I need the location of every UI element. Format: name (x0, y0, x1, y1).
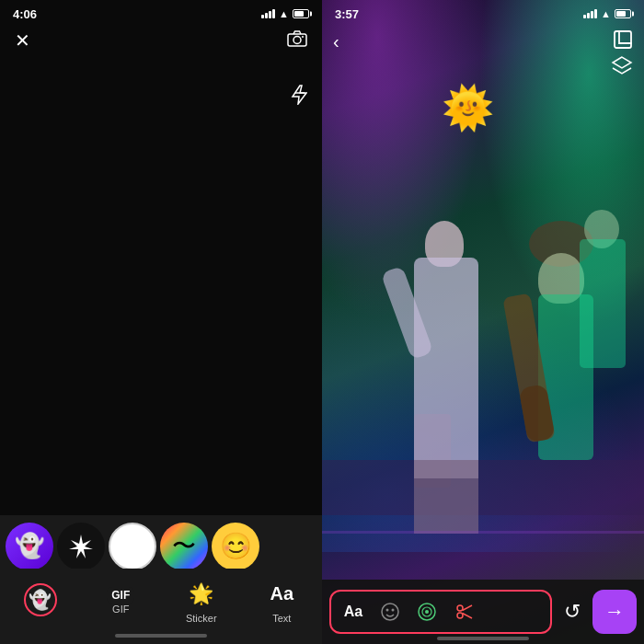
next-button[interactable]: → (592, 590, 637, 634)
time-left: 4:06 (13, 7, 37, 21)
status-icons-right: ▲ (583, 8, 631, 19)
right-bottom-toolbar: Aa (322, 580, 644, 644)
layers-button[interactable] (611, 55, 633, 82)
battery-icon-right (615, 9, 631, 18)
camera-button[interactable] (287, 30, 307, 52)
status-bar-right: 3:57 ▲ (322, 0, 644, 26)
undo-button[interactable]: ↺ (556, 595, 589, 628)
person1-silhouette (396, 184, 506, 478)
left-panel: 4:06 ▲ ✕ (0, 0, 322, 644)
sticker-icon-circle: 🌟 (185, 578, 218, 611)
snap-sticker[interactable]: 👻 (6, 523, 53, 569)
gif-badge: GIF (107, 587, 134, 604)
spark-sticker[interactable] (57, 523, 105, 569)
sun-sticker[interactable]: 🌞 (442, 83, 494, 132)
edit-tools-group: Aa (329, 590, 552, 634)
right-panel: 3:57 ▲ ‹ 🌞 (322, 0, 644, 644)
circle-sticker[interactable] (109, 523, 156, 569)
text-tool-left[interactable]: Aa Text (242, 574, 323, 627)
svg-point-11 (457, 605, 463, 611)
person3-silhouette (570, 184, 644, 368)
svg-point-5 (382, 604, 398, 620)
snap-icon: 👻 (29, 589, 52, 611)
time-right: 3:57 (335, 7, 359, 21)
svg-point-10 (425, 610, 429, 614)
top-controls-left: ✕ (0, 26, 322, 55)
sticker-icon: 🌟 (189, 582, 213, 606)
text-icon: Aa (270, 583, 293, 604)
svg-point-12 (457, 613, 463, 618)
home-indicator-left (0, 627, 322, 644)
status-icons-left: ▲ (261, 8, 309, 19)
home-bar-left (115, 634, 207, 638)
text-icon-circle: Aa (265, 578, 298, 611)
battery-icon (293, 9, 309, 18)
sticker-row: 👻 〜 😊 (0, 515, 322, 569)
snap-icon-circle: 👻 (24, 583, 57, 616)
tool-labels: 👻 GIF GIF 🌟 Sticker Aa (0, 569, 322, 627)
swirl-sticker[interactable]: 〜 (160, 523, 208, 569)
flash-button[interactable] (291, 85, 307, 109)
signal-icon (261, 9, 275, 18)
home-indicator-right (437, 637, 529, 640)
person3-body (580, 239, 626, 368)
text-tool-label: Text (272, 613, 291, 624)
svg-rect-4 (615, 31, 631, 48)
camera-viewfinder (0, 55, 322, 515)
stage-light-line (322, 531, 644, 534)
svg-line-13 (463, 605, 473, 611)
svg-point-1 (293, 36, 301, 43)
signal-icon-right (583, 9, 597, 18)
svg-point-2 (302, 36, 304, 38)
scissors-edit-button[interactable] (449, 597, 478, 627)
status-bar-left: 4:06 ▲ (0, 0, 322, 26)
gif-label: GIF (111, 589, 130, 602)
svg-point-6 (386, 609, 389, 612)
bottom-toolbar-left: 👻 〜 😊 👻 (0, 515, 322, 644)
text-edit-button[interactable]: Aa (339, 597, 368, 627)
snap-tool[interactable]: 👻 (0, 580, 81, 622)
draw-edit-button[interactable] (412, 597, 442, 627)
person1-body (414, 258, 478, 478)
next-icon: → (604, 600, 625, 624)
back-button[interactable]: ‹ (333, 31, 339, 52)
sticker-tool[interactable]: 🌟 Sticker (161, 574, 242, 627)
crop-button[interactable] (613, 29, 633, 54)
wifi-icon-right: ▲ (601, 8, 611, 19)
person1-legs (414, 460, 478, 534)
sticker-edit-button[interactable] (375, 597, 405, 627)
svg-line-14 (463, 614, 473, 619)
svg-point-7 (392, 609, 395, 612)
close-button[interactable]: ✕ (15, 29, 30, 52)
sticker-tool-label: Sticker (186, 613, 217, 624)
wifi-icon: ▲ (279, 8, 289, 19)
smile-sticker[interactable]: 😊 (212, 523, 259, 569)
right-top-controls: ‹ (322, 26, 644, 58)
gif-tool-label: GIF (112, 604, 129, 615)
gif-tool[interactable]: GIF GIF (81, 583, 162, 618)
